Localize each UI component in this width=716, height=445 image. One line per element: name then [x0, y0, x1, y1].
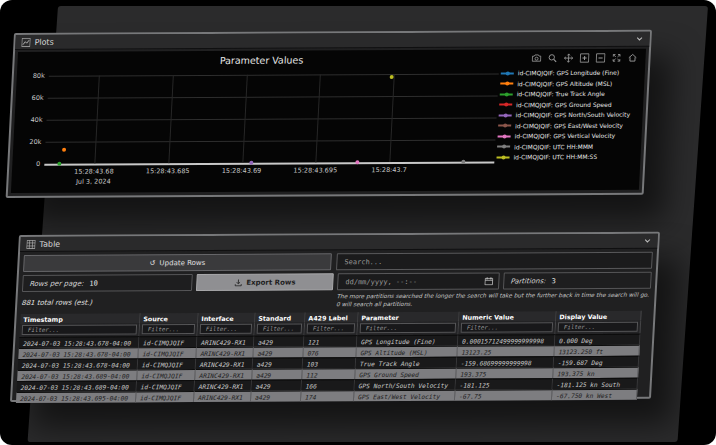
- table-cell[interactable]: a429: [251, 380, 302, 391]
- table-cell[interactable]: ARINC429-RX1: [197, 336, 255, 347]
- filter-input[interactable]: [204, 325, 248, 333]
- table-cell[interactable]: 2024-07-03 15:28:43.695-04:00: [16, 391, 137, 403]
- filter-input[interactable]: [562, 323, 634, 331]
- table-cell[interactable]: 0.000 Deg: [555, 334, 641, 345]
- reset-axes-home-icon[interactable]: [626, 52, 638, 63]
- zoom-icon[interactable]: [546, 52, 558, 63]
- table-cell[interactable]: 2024-07-03 15:28:43.689-04:00: [16, 380, 137, 392]
- column-header[interactable]: Interface: [198, 313, 256, 323]
- rows-per-page-control[interactable]: Rows per page: 10: [22, 274, 193, 292]
- table-cell[interactable]: 166: [301, 379, 355, 390]
- table-cell[interactable]: id-CIMQJQIF: [138, 347, 197, 358]
- table-cell[interactable]: ARINC429-RX1: [194, 380, 252, 391]
- table-cell[interactable]: 2024-07-03 15:28:43.678-04:00: [18, 347, 139, 359]
- datetime-input[interactable]: [343, 276, 481, 287]
- column-header[interactable]: A429 Label: [305, 312, 359, 322]
- table-cell[interactable]: -67.75: [455, 389, 553, 401]
- table-cell[interactable]: ARINC429-RX1: [196, 347, 254, 358]
- table-cell[interactable]: 112: [302, 368, 356, 379]
- table-cell[interactable]: GPS North/South Velocity: [354, 379, 456, 391]
- table-cell[interactable]: ARINC429-RX1: [196, 358, 254, 369]
- zoom-out-icon[interactable]: [594, 52, 606, 63]
- table-cell[interactable]: a429: [252, 369, 303, 380]
- zoom-in-icon[interactable]: [578, 52, 590, 63]
- partitions-control[interactable]: Partitions: 3: [503, 272, 652, 290]
- autoscale-icon[interactable]: [610, 52, 622, 63]
- legend-item[interactable]: id-CIMQJQIF: GPS North/South Velocity: [499, 111, 639, 119]
- partitions-value[interactable]: 3: [551, 277, 556, 285]
- table-cell[interactable]: 13123.250 ft: [554, 345, 640, 356]
- table-cell[interactable]: a429: [253, 347, 304, 358]
- table-cell[interactable]: True Track Angle: [356, 357, 458, 369]
- table-cell[interactable]: -181.125: [455, 378, 553, 390]
- legend-item[interactable]: id-CIMQJQIF: GPS East/West Velocity: [498, 121, 638, 129]
- table-cell[interactable]: id-CIMQJQIF: [136, 391, 195, 402]
- table-cell[interactable]: GPS Ground Speed: [355, 368, 457, 380]
- legend-item[interactable]: id-CIMQJQIF: GPS Ground Speed: [499, 100, 639, 108]
- filter-input[interactable]: [311, 324, 351, 332]
- column-header[interactable]: Parameter: [358, 312, 460, 323]
- column-header[interactable]: Numeric Value: [459, 311, 557, 322]
- table-cell[interactable]: 076: [303, 346, 357, 357]
- table-cell[interactable]: -159.687 Deg: [554, 356, 640, 367]
- table-cell[interactable]: GPS Altitude (MSL): [356, 346, 458, 358]
- update-rows-button[interactable]: ↺ Update Rows: [23, 253, 332, 272]
- legend-marker: [498, 124, 511, 126]
- table-cell[interactable]: id-CIMQJQIF: [138, 358, 197, 369]
- calendar-icon[interactable]: [484, 277, 493, 286]
- table-cell[interactable]: a429: [254, 336, 305, 347]
- export-rows-button[interactable]: Export Rows: [196, 273, 334, 291]
- table-cell[interactable]: id-CIMQJQIF: [137, 369, 196, 380]
- table-cell[interactable]: 2024-07-03 15:28:43.678-04:00: [19, 336, 140, 348]
- table-cell[interactable]: a429: [251, 391, 302, 402]
- table-cell[interactable]: 174: [301, 390, 355, 401]
- legend-item[interactable]: id-CIMQJQIF: True Track Angle: [500, 90, 640, 98]
- table-cell[interactable]: id-CIMQJQIF: [136, 380, 195, 391]
- search-input[interactable]: [342, 255, 647, 267]
- table-cell[interactable]: GPS East/West Velocity: [354, 390, 456, 402]
- camera-icon[interactable]: [530, 52, 542, 63]
- table-cell[interactable]: id-CIMQJQIF: [139, 336, 198, 347]
- column-header[interactable]: Display Value: [556, 311, 642, 321]
- legend-label: id-CIMQJQIF: GPS Ground Speed: [516, 100, 612, 108]
- table-cell[interactable]: 193.375: [456, 367, 554, 379]
- legend-label: id-CIMQJQIF: GPS Longitude (Fine): [518, 69, 620, 77]
- filter-input[interactable]: [364, 324, 452, 332]
- legend-item[interactable]: id-CIMQJQIF: UTC HH:MM:SS: [496, 153, 636, 161]
- filter-input[interactable]: [146, 325, 191, 333]
- table-cell[interactable]: ARINC429-RX1: [195, 369, 253, 380]
- table-cell[interactable]: 2024-07-03 15:28:43.678-04:00: [18, 358, 139, 370]
- filter-box: [200, 324, 253, 334]
- legend-item[interactable]: id-CIMQJQIF: GPS Altitude (MSL): [500, 79, 640, 87]
- table-cell[interactable]: GPS Longitude (Fine): [357, 335, 459, 347]
- table-cell[interactable]: -181.125 kn South: [552, 378, 638, 389]
- plot-area[interactable]: 80k60k40k20k015:28:43.68Jul 3, 202415:28…: [44, 73, 498, 163]
- table-cell[interactable]: ARINC429-RX1: [194, 391, 252, 402]
- legend-item[interactable]: id-CIMQJQIF: UTC HH:MMM: [497, 142, 637, 150]
- pan-icon[interactable]: [562, 52, 574, 63]
- filter-input[interactable]: [465, 323, 549, 331]
- column-header[interactable]: Timestamp: [20, 313, 141, 324]
- legend-item[interactable]: id-CIMQJQIF: GPS Longitude (Fine): [501, 69, 641, 77]
- table-cell[interactable]: 2024-07-03 15:28:43.689-04:00: [17, 369, 138, 381]
- table-cell[interactable]: 193.375 kn: [553, 367, 639, 378]
- table-cell[interactable]: -67.750 kn West: [552, 389, 638, 400]
- table-cell[interactable]: 121: [304, 335, 358, 346]
- table-cell[interactable]: -159.68699999999998: [457, 356, 555, 368]
- column-header[interactable]: Source: [140, 313, 199, 323]
- chevron-down-icon[interactable]: [643, 237, 651, 245]
- chart-title: Parameter Values: [17, 53, 506, 67]
- rows-per-page-value[interactable]: 10: [89, 279, 98, 287]
- filter-input[interactable]: [261, 325, 298, 333]
- legend-item[interactable]: id-CIMQJQIF: GPS Vertical Velocity: [497, 132, 637, 140]
- filter-input[interactable]: [26, 325, 133, 334]
- chevron-down-icon[interactable]: [635, 35, 643, 43]
- plots-panel-header[interactable]: Plots: [15, 32, 650, 50]
- table-panel-header[interactable]: Table: [20, 234, 658, 252]
- column-header[interactable]: Standard: [255, 312, 306, 322]
- table-cell[interactable]: a429: [253, 358, 304, 369]
- search-box: [336, 252, 653, 271]
- table-cell[interactable]: 103: [303, 357, 357, 368]
- table-cell[interactable]: 13123.25: [457, 345, 555, 357]
- table-cell[interactable]: 0.00015712499999999998: [458, 334, 556, 346]
